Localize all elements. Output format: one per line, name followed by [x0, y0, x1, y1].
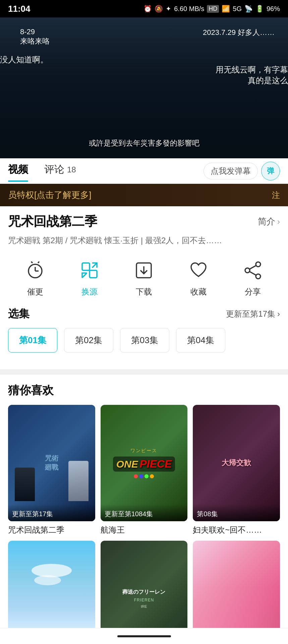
action-remind[interactable]: 催更	[18, 258, 52, 297]
action-remind-label: 催更	[27, 286, 43, 297]
tags-row: 咒术廻戦 第2期 / 咒术廻戦 懐玉·玉折 | 最强2人，回不去……	[8, 234, 280, 247]
title-row: 咒术回战第二季 简介 ›	[8, 213, 280, 230]
member-banner-link[interactable]: 注	[272, 190, 280, 201]
video-player[interactable]: 8-29 来咯来咯 2023.7.29 好多人…… 没人知道啊。 用无线云啊，有…	[0, 17, 288, 158]
home-indicator	[117, 635, 171, 637]
video-subtitle: 或許是受到去年災害多發的影響吧	[0, 138, 288, 148]
danmu-text-button[interactable]: 点我发弹幕	[204, 163, 258, 179]
video-background: 8-29 来咯来咯 2023.7.29 好多人…… 没人知道啊。 用无线云啊，有…	[0, 17, 288, 158]
svg-line-3	[31, 262, 33, 263]
member-banner[interactable]: 员特权[点击了解更多] 注	[0, 184, 288, 206]
episodes-list: 第01集 第02集 第03集 第04集	[8, 328, 280, 356]
episode-chip-01[interactable]: 第01集	[8, 328, 57, 353]
episodes-update-link[interactable]: 更新至第17集 ›	[226, 309, 280, 319]
svg-point-11	[256, 274, 261, 279]
comments-count: 18	[67, 165, 76, 174]
rec-name-onepiece: 航海王	[101, 525, 188, 535]
action-buttons: 催更 换源	[8, 255, 280, 297]
action-source[interactable]: 换源	[73, 258, 106, 297]
battery-level: 96%	[267, 5, 280, 13]
svg-rect-5	[82, 263, 90, 270]
svg-line-12	[250, 266, 256, 269]
action-favorite[interactable]: 收藏	[182, 258, 215, 297]
rec-name-adult: 妇夫联欢~回不……	[193, 525, 280, 535]
svg-rect-6	[90, 270, 97, 278]
rec-thumb-adult: 大帰交歓 第08集	[193, 405, 280, 521]
clock-icon	[23, 258, 47, 282]
download-icon	[132, 258, 156, 282]
tab-video[interactable]: 视频	[8, 163, 28, 179]
nav-bar	[0, 628, 288, 644]
action-source-label: 换源	[81, 286, 98, 297]
status-icons: ⏰ 🔕 ✦ 6.60 MB/s HD 📶 5G 📡 🔋 96%	[143, 5, 280, 13]
anime-title: 咒术回战第二季	[8, 213, 97, 230]
speed-label: 6.60 MB/s	[174, 5, 204, 13]
svg-point-10	[245, 268, 250, 273]
status-time: 11:04	[8, 4, 31, 14]
action-favorite-label: 收藏	[190, 286, 207, 297]
battery-icon: 🔋	[255, 5, 264, 13]
rec-item-onepiece[interactable]: ワンピース ONE PIECE 更新至第1084集 航海王	[101, 405, 188, 535]
wifi-icon: 📶	[222, 5, 230, 13]
episodes-header: 选集 更新至第17集 ›	[8, 307, 280, 321]
hd-badge: HD	[207, 5, 219, 13]
network-label: 5G	[233, 5, 242, 13]
danmaku-comment-4: 用无线云啊，有字幕 真的是这么	[216, 64, 288, 86]
section-divider	[0, 369, 288, 375]
rec-badge-jujutsu: 更新至第17集	[8, 504, 95, 521]
rec-badge-adult: 第08集	[193, 504, 280, 521]
recommendations-title: 猜你喜欢	[8, 383, 280, 398]
member-banner-text: 员特权[点击了解更多]	[8, 189, 91, 201]
episode-chip-02[interactable]: 第02集	[64, 328, 113, 353]
danmu-icon-button[interactable]: 弹	[261, 162, 280, 180]
svg-line-4	[38, 262, 39, 263]
tabs-row: 视频 评论 18 点我发弹幕 弹	[0, 158, 288, 184]
svg-point-9	[256, 262, 261, 267]
rec-thumb-onepiece: ワンピース ONE PIECE 更新至第1084集	[101, 405, 188, 521]
episode-chip-03[interactable]: 第03集	[120, 328, 169, 353]
bluetooth-icon: ✦	[166, 5, 171, 13]
danmaku-comment-2: 2023.7.29 好多人……	[203, 28, 275, 38]
mute-icon: 🔕	[155, 5, 163, 13]
alarm-icon: ⏰	[143, 5, 152, 13]
tab-comments[interactable]: 评论 18	[44, 163, 76, 179]
rec-item-adult[interactable]: 大帰交歓 第08集 妇夫联欢~回不……	[193, 405, 280, 535]
rec-thumb-jujutsu: 咒術廻戰 更新至第17集	[8, 405, 95, 521]
action-share[interactable]: 分享	[236, 258, 270, 297]
episode-chip-04[interactable]: 第04集	[176, 328, 225, 353]
danmaku-comment-3: 没人知道啊。	[0, 54, 48, 65]
chevron-right-icon: ›	[277, 309, 280, 319]
content-section: 咒术回战第二季 简介 › 咒术廻戦 第2期 / 咒术廻戦 懐玉·玉折 | 最强2…	[0, 206, 288, 369]
svg-line-13	[250, 272, 256, 275]
episodes-section: 选集 更新至第17集 › 第01集 第02集 第03集 第04集	[8, 307, 280, 363]
rec-badge-onepiece: 更新至第1084集	[101, 504, 188, 521]
rec-name-jujutsu: 咒术回战第二季	[8, 525, 95, 535]
danmu-button-group: 点我发弹幕 弹	[204, 162, 280, 180]
rec-item-jujutsu[interactable]: 咒術廻戰 更新至第17集 咒术回战第二季	[8, 405, 95, 535]
share-icon	[241, 258, 265, 282]
action-download[interactable]: 下载	[127, 258, 161, 297]
intro-link[interactable]: 简介 ›	[258, 216, 280, 227]
danmaku-comment-1: 8-29 来咯来咯	[20, 28, 50, 46]
episodes-title: 选集	[8, 307, 30, 321]
status-bar: 11:04 ⏰ 🔕 ✦ 6.60 MB/s HD 📶 5G 📡 🔋 96%	[0, 0, 288, 17]
intro-chevron-icon: ›	[277, 217, 280, 226]
recommendations-section: 猜你喜欢 咒術廻戰 更新至第17集 咒术回战第二季 ワンピー	[0, 375, 288, 644]
heart-icon	[186, 258, 211, 282]
arrows-icon	[77, 258, 102, 282]
signal-icon: 📡	[244, 5, 253, 13]
action-download-label: 下载	[136, 286, 152, 297]
recommendations-grid: 咒術廻戰 更新至第17集 咒术回战第二季 ワンピース ONE PIECE	[8, 405, 280, 644]
action-share-label: 分享	[245, 286, 261, 297]
